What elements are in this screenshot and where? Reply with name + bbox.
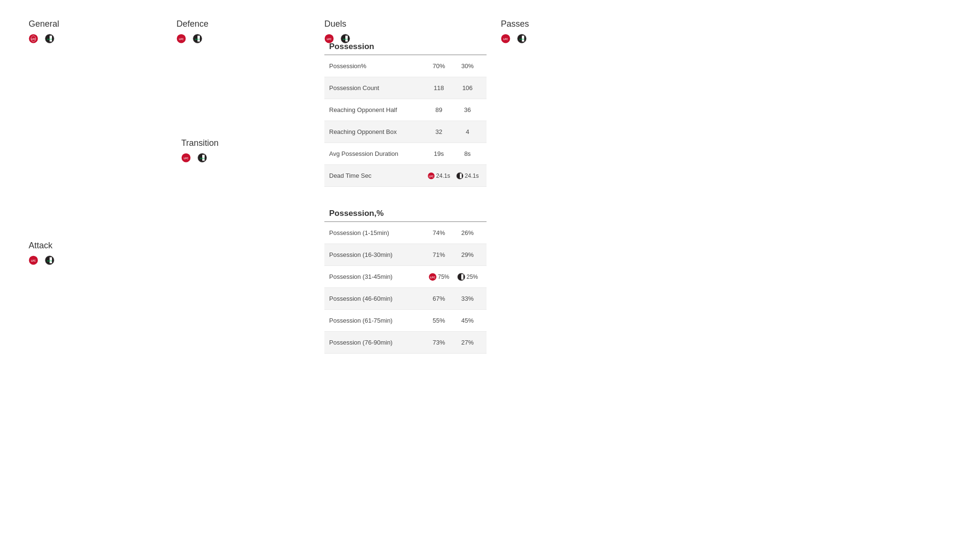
table-row: Possession (46-60min) 67% 33% (324, 288, 487, 310)
stat-value-nufc: 4 (453, 128, 482, 135)
stat-value-nufc: 36 (453, 106, 482, 113)
liverpool-badge-attack: LFC (29, 255, 38, 265)
table-row: Reaching Opponent Box 32 4 (324, 121, 487, 143)
possession-section-title: Possession (324, 38, 487, 55)
table-row: Possession (31-45min) LFC 75% 25% (324, 266, 487, 288)
svg-text:NUFC: NUFC (195, 39, 200, 41)
svg-text:LFC: LFC (430, 276, 436, 279)
svg-text:LFC: LFC (429, 175, 434, 178)
nav-attack[interactable]: Attack LFC NUFC (29, 241, 54, 265)
stat-label: Avg Possession Duration (329, 150, 425, 157)
possession-stats-panel: Possession Possession% 70% 30% Possessio… (324, 38, 487, 187)
defence-badges: LFC NUFC (176, 34, 208, 43)
svg-rect-52 (461, 274, 464, 279)
svg-text:NUFC: NUFC (47, 260, 52, 262)
stat-label: Dead Time Sec (329, 172, 425, 179)
svg-rect-45 (458, 173, 460, 178)
svg-text:LFC: LFC (503, 38, 508, 41)
liverpool-badge-defence: LFC (176, 34, 186, 43)
newcastle-badge-passes: NUFC (517, 34, 527, 43)
table-row: Dead Time Sec LFC 24.1s 24.1s (324, 165, 487, 187)
nav-transition[interactable]: Transition LFC NUFC (181, 138, 218, 163)
stat-value-lfc: 118 (425, 84, 453, 92)
table-row: Reaching Opponent Half 89 36 (324, 99, 487, 121)
stat-value-nufc-icon: 24.1s (453, 172, 482, 180)
stat-value-nufc: 33% (453, 295, 482, 302)
svg-text:NUFC: NUFC (47, 39, 52, 41)
table-row: Possession Count 118 106 (324, 77, 487, 99)
table-row: Possession (1-15min) 74% 26% (324, 222, 487, 244)
stat-value-lfc: 55% (425, 317, 453, 324)
svg-text:NUFC: NUFC (519, 39, 525, 41)
svg-text:LFC: LFC (179, 38, 184, 41)
stat-value-lfc: 74% (425, 229, 453, 236)
stat-value-lfc: 89 (425, 106, 453, 113)
stat-label: Possession% (329, 62, 425, 70)
stat-value-lfc: 73% (425, 339, 453, 346)
stat-label: Possession (46-60min) (329, 295, 425, 302)
table-row: Avg Possession Duration 19s 8s (324, 143, 487, 165)
stat-value-nufc-icon: 25% (453, 273, 482, 281)
stat-label: Possession Count (329, 84, 425, 92)
svg-rect-46 (460, 173, 462, 178)
passes-title: Passes (501, 19, 529, 29)
duels-title: Duels (324, 19, 350, 29)
table-row: Possession% 70% 30% (324, 55, 487, 77)
svg-text:NUFC: NUFC (200, 158, 205, 160)
attack-title: Attack (29, 241, 54, 251)
stat-value-lfc: 19s (425, 150, 453, 157)
stat-value-lfc-icon: LFC 75% (425, 273, 453, 281)
defence-title: Defence (176, 19, 208, 29)
general-title: General (29, 19, 59, 29)
stat-value-nufc: 8s (453, 150, 482, 157)
possession-percent-section-title: Possession,% (324, 205, 487, 222)
liverpool-badge-transition: LFC (181, 153, 191, 163)
transition-badges: LFC NUFC (181, 153, 218, 163)
liverpool-badge-passes: LFC (501, 34, 510, 43)
stat-label: Possession (1-15min) (329, 229, 425, 236)
stat-value-nufc: 27% (453, 339, 482, 346)
stat-label: Reaching Opponent Half (329, 106, 425, 113)
stat-value-nufc: 106 (453, 84, 482, 92)
stat-value-lfc: 71% (425, 251, 453, 258)
stat-value-lfc: 32 (425, 128, 453, 135)
table-row: Possession (61-75min) 55% 45% (324, 310, 487, 332)
table-row: Possession (16-30min) 71% 29% (324, 244, 487, 266)
stat-value-lfc: 67% (425, 295, 453, 302)
stat-value-lfc: 70% (425, 62, 453, 70)
possession-percent-stats-panel: Possession,% Possession (1-15min) 74% 26… (324, 205, 487, 354)
stat-value-nufc: 45% (453, 317, 482, 324)
stat-label: Possession (76-90min) (329, 339, 425, 346)
stat-label: Possession (61-75min) (329, 317, 425, 324)
passes-badges: LFC NUFC (501, 34, 529, 43)
svg-rect-51 (459, 274, 461, 279)
table-row: Possession (76-90min) 73% 27% (324, 332, 487, 354)
svg-text:LFC: LFC (31, 259, 36, 262)
stat-value-lfc-icon: LFC 24.1s (425, 172, 453, 180)
stat-label: Reaching Opponent Box (329, 128, 425, 135)
stat-label: Possession (31-45min) (329, 273, 425, 280)
liverpool-badge-general: LFC (29, 34, 38, 43)
nav-general[interactable]: General LFC NUFC (29, 19, 59, 43)
svg-text:LFC: LFC (184, 157, 188, 160)
nav-defence[interactable]: Defence LFC NUFC (176, 19, 208, 43)
stat-label: Possession (16-30min) (329, 251, 425, 258)
stat-value-nufc: 29% (453, 251, 482, 258)
newcastle-badge-general: NUFC (45, 34, 54, 43)
svg-text:LFC: LFC (31, 38, 36, 41)
general-badges: LFC NUFC (29, 34, 59, 43)
newcastle-badge-defence: NUFC (193, 34, 202, 43)
stat-value-nufc: 26% (453, 229, 482, 236)
stat-value-nufc: 30% (453, 62, 482, 70)
newcastle-badge-attack: NUFC (45, 255, 54, 265)
newcastle-badge-transition: NUFC (197, 153, 207, 163)
transition-title: Transition (181, 138, 218, 148)
attack-badges: LFC NUFC (29, 255, 54, 265)
nav-passes[interactable]: Passes LFC NUFC (501, 19, 529, 43)
